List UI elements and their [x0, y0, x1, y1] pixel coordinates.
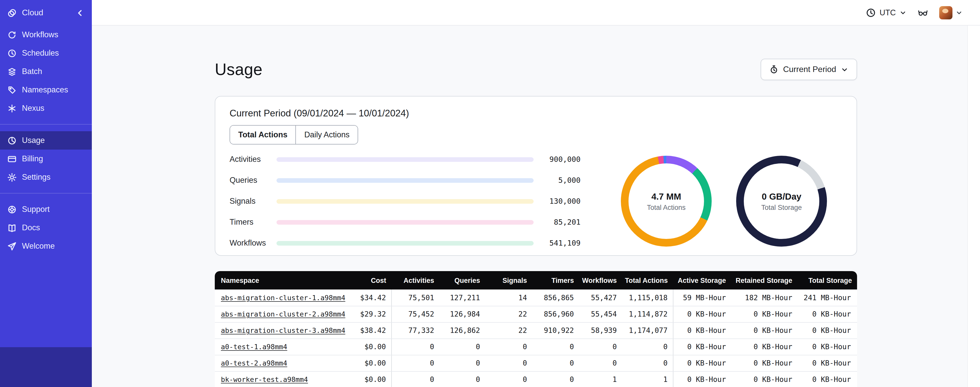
period-selector-button[interactable]: Current Period — [760, 59, 857, 80]
cell-total-actions: 1,115,018 — [622, 289, 673, 306]
namespace-link[interactable]: abs-migration-cluster-1.a98mm4 — [221, 294, 345, 302]
cell-queries: 0 — [439, 355, 485, 371]
cell-cost: $29.32 — [352, 306, 391, 322]
paper-plane-icon — [7, 241, 17, 251]
cell-namespace: bk-worker-test.a98mm4 — [215, 371, 352, 387]
table-row: a0-test-1.a98mm4 $0.00 0 0 0 0 0 0 0 KB-… — [215, 339, 857, 355]
cell-activities: 77,332 — [391, 322, 439, 339]
sidebar: Cloud Workflows Schedules Batch — [0, 0, 92, 387]
cell-total-actions: 1 — [622, 371, 673, 387]
cell-total-storage: 0 KB-Hour — [797, 355, 857, 371]
sidebar-item-namespaces[interactable]: Namespaces — [0, 81, 92, 99]
sidebar-item-billing[interactable]: Billing — [0, 150, 92, 168]
temporal-logo-icon — [7, 8, 17, 18]
namespace-usage-table: Namespace Cost Activities Queries Signal… — [215, 271, 857, 387]
cell-signals: 22 — [485, 306, 532, 322]
cell-signals: 0 — [485, 339, 532, 355]
sidebar-footer — [0, 347, 92, 387]
collapse-sidebar-icon[interactable] — [75, 8, 85, 18]
page-title: Usage — [215, 60, 262, 79]
sidebar-item-label: Welcome — [22, 241, 55, 251]
main-content: Usage Current Period Current Period (09/… — [92, 26, 980, 387]
bar-track — [277, 220, 534, 224]
actions-bar-chart: Activities 900,000 Queries 5,000 Signals — [229, 155, 581, 248]
cell-active-storage: 59 MB-Hour — [673, 289, 731, 306]
bar-track — [277, 178, 534, 182]
donut-label: Total Storage — [761, 203, 802, 211]
sidebar-item-docs[interactable]: Docs — [0, 219, 92, 237]
glasses-icon[interactable] — [918, 7, 928, 18]
cell-total-actions: 1,114,872 — [622, 306, 673, 322]
sidebar-item-label: Usage — [22, 136, 45, 145]
timezone-selector[interactable]: UTC — [866, 7, 907, 18]
sidebar-item-label: Billing — [22, 154, 43, 163]
cell-workflows: 0 — [579, 355, 622, 371]
sidebar-item-schedules[interactable]: Schedules — [0, 44, 92, 62]
cell-total-storage: 0 KB-Hour — [797, 306, 857, 322]
bar-value: 5,000 — [534, 176, 581, 184]
clock-icon — [866, 7, 876, 18]
col-total-actions: Total Actions — [622, 271, 673, 289]
sidebar-item-nexus[interactable]: Nexus — [0, 99, 92, 117]
app-window: Cloud Workflows Schedules Batch — [0, 0, 980, 387]
sidebar-item-label: Batch — [22, 67, 42, 76]
cell-cost: $0.00 — [352, 371, 391, 387]
sidebar-item-settings[interactable]: Settings — [0, 168, 92, 186]
namespace-link[interactable]: bk-worker-test.a98mm4 — [221, 375, 308, 384]
cell-activities: 75,501 — [391, 289, 439, 306]
gear-icon — [7, 172, 17, 182]
donut-value: 4.7 MM — [647, 191, 686, 202]
cell-total-actions: 0 — [622, 339, 673, 355]
table-header-row: Namespace Cost Activities Queries Signal… — [215, 271, 857, 289]
cell-namespace: a0-test-1.a98mm4 — [215, 339, 352, 355]
cell-retained-storage: 0 KB-Hour — [731, 339, 797, 355]
sidebar-item-welcome[interactable]: Welcome — [0, 237, 92, 255]
cell-retained-storage: 0 KB-Hour — [731, 371, 797, 387]
brand-label: Cloud — [22, 8, 43, 18]
cell-cost: $34.42 — [352, 289, 391, 306]
bar-row-timers: Timers 85,201 — [229, 217, 581, 227]
stopwatch-icon — [769, 65, 778, 74]
actions-tab-group: Total Actions Daily Actions — [229, 125, 358, 144]
col-signals: Signals — [485, 271, 532, 289]
cell-total-storage: 0 KB-Hour — [797, 371, 857, 387]
total-actions-donut: 4.7 MM Total Actions — [621, 156, 712, 246]
bar-value: 541,109 — [534, 239, 581, 247]
tag-icon — [7, 85, 17, 95]
cell-signals: 14 — [485, 289, 532, 306]
chevron-down-icon — [841, 66, 848, 73]
bar-row-activities: Activities 900,000 — [229, 155, 581, 164]
cell-active-storage: 0 KB-Hour — [673, 306, 731, 322]
cell-timers: 0 — [532, 339, 579, 355]
chevron-down-icon — [956, 9, 963, 16]
sidebar-item-batch[interactable]: Batch — [0, 62, 92, 81]
donut-label: Total Actions — [647, 203, 686, 211]
scrollbar[interactable] — [967, 26, 980, 387]
period-heading: Current Period (09/01/2024 — 10/01/2024) — [229, 108, 842, 119]
asterisk-icon — [7, 103, 17, 113]
cell-cost: $0.00 — [352, 339, 391, 355]
sidebar-item-label: Docs — [22, 223, 40, 232]
donut-value: 0 GB/Day — [761, 191, 802, 202]
user-menu[interactable] — [939, 6, 963, 19]
sidebar-item-usage[interactable]: Usage — [0, 131, 92, 150]
col-active-storage: Active Storage — [673, 271, 731, 289]
tab-daily-actions[interactable]: Daily Actions — [296, 126, 358, 144]
cell-namespace: abs-migration-cluster-1.a98mm4 — [215, 289, 352, 306]
namespace-link[interactable]: a0-test-2.a98mm4 — [221, 359, 287, 367]
bar-label: Workflows — [229, 238, 277, 248]
namespace-link[interactable]: abs-migration-cluster-3.a98mm4 — [221, 326, 345, 334]
cell-workflows: 0 — [579, 339, 622, 355]
table-row: bk-worker-test.a98mm4 $0.00 0 0 0 0 1 1 … — [215, 371, 857, 387]
sidebar-item-support[interactable]: Support — [0, 200, 92, 219]
col-total-storage: Total Storage — [797, 271, 857, 289]
cell-activities: 0 — [391, 371, 439, 387]
cell-active-storage: 0 KB-Hour — [673, 371, 731, 387]
sidebar-item-workflows[interactable]: Workflows — [0, 26, 92, 44]
tab-total-actions[interactable]: Total Actions — [230, 126, 296, 144]
sidebar-item-label: Namespaces — [22, 85, 68, 94]
namespace-link[interactable]: a0-test-1.a98mm4 — [221, 342, 287, 351]
namespace-link[interactable]: abs-migration-cluster-2.a98mm4 — [221, 310, 345, 318]
col-namespace: Namespace — [215, 271, 352, 289]
sidebar-item-label: Nexus — [22, 104, 45, 113]
